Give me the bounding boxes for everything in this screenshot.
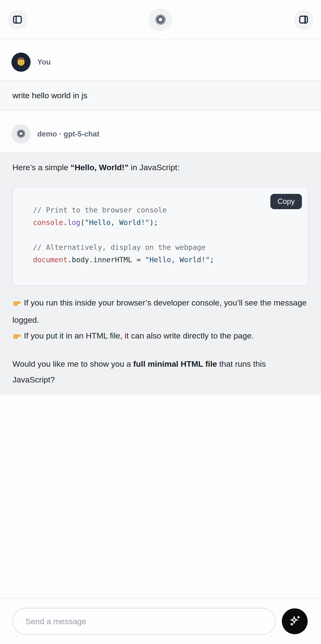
pointing-right-hand-icon <box>12 296 21 312</box>
copy-code-button[interactable]: Copy <box>270 194 302 209</box>
user-message-header: You <box>11 52 321 72</box>
question-text: Would you like me to show you a <box>12 359 133 368</box>
intro-text: Here’s a simple <box>12 163 70 172</box>
panel-right-icon <box>298 14 309 26</box>
intro-text-after: in JavaScript: <box>128 163 180 172</box>
assistant-intro-paragraph: Here’s a simple “Hello, World!” in JavaS… <box>12 160 309 175</box>
toggle-left-panel-button[interactable] <box>8 10 27 30</box>
assistant-avatar <box>11 124 30 144</box>
assistant-question-paragraph: Would you like me to show you a full min… <box>12 356 309 388</box>
assistant-message-header: demo · gpt-5-chat <box>11 124 321 144</box>
question-bold-text: full minimal HTML file <box>133 359 217 368</box>
toggle-right-panel-button[interactable] <box>294 10 313 30</box>
sparkles-icon <box>288 614 302 628</box>
user-message-text: write hello world in js <box>12 91 87 100</box>
app-logo-button[interactable] <box>149 8 172 31</box>
code-block: Copy // Print to the browser console con… <box>12 187 309 286</box>
tip-text: If you run this inside your browser’s de… <box>12 298 307 324</box>
person-emoji-icon <box>15 56 27 68</box>
starburst-logo-icon <box>154 14 167 26</box>
user-message-bubble: write hello world in js <box>0 80 321 111</box>
intro-bold-text: “Hello, World!” <box>70 163 128 172</box>
top-bar <box>0 0 321 40</box>
send-button[interactable] <box>282 608 308 634</box>
code-content: // Print to the browser console console.… <box>33 204 297 266</box>
composer-bar <box>0 598 321 644</box>
assistant-sender-label: demo · gpt-5-chat <box>37 130 99 138</box>
user-sender-label: You <box>37 58 51 66</box>
tip-text: If you put it in an HTML file, it can al… <box>24 331 254 340</box>
chat-transcript: You write hello world in js <box>0 40 321 598</box>
tips-section: If you run this inside your browser’s de… <box>12 295 309 345</box>
tip-line: If you run this inside your browser’s de… <box>12 295 309 345</box>
user-avatar <box>11 52 30 72</box>
starburst-logo-icon <box>16 128 26 140</box>
message-input[interactable] <box>12 608 276 635</box>
assistant-message-body: Here’s a simple “Hello, World!” in JavaS… <box>0 152 321 394</box>
pointing-right-hand-icon <box>12 329 21 345</box>
panel-left-icon <box>12 14 23 26</box>
